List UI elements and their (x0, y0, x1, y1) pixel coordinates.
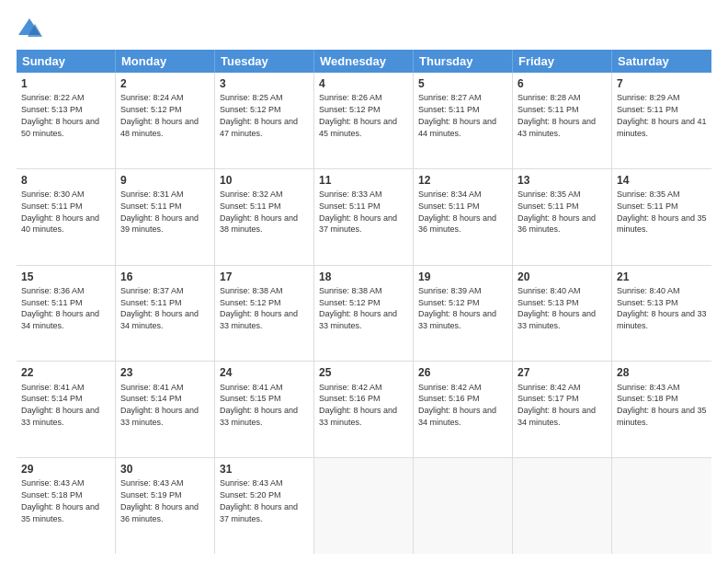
logo (17, 17, 46, 42)
calendar-header: SundayMondayTuesdayWednesdayThursdayFrid… (17, 50, 711, 73)
calendar-cell: 20Sunrise: 8:40 AMSunset: 5:13 PMDayligh… (513, 266, 612, 362)
cell-info: Sunrise: 8:33 AMSunset: 5:11 PMDaylight:… (319, 190, 397, 234)
calendar-cell: 26Sunrise: 8:42 AMSunset: 5:16 PMDayligh… (414, 362, 513, 457)
calendar-cell: 23Sunrise: 8:41 AMSunset: 5:14 PMDayligh… (116, 362, 215, 457)
header-day-tuesday: Tuesday (215, 50, 314, 73)
cell-info: Sunrise: 8:41 AMSunset: 5:15 PMDaylight:… (220, 383, 298, 427)
day-number: 29 (21, 462, 110, 477)
calendar-cell: 8Sunrise: 8:30 AMSunset: 5:11 PMDaylight… (17, 169, 116, 265)
cell-info: Sunrise: 8:31 AMSunset: 5:11 PMDaylight:… (120, 190, 199, 234)
day-number: 7 (617, 76, 707, 91)
cell-info: Sunrise: 8:26 AMSunset: 5:12 PMDaylight:… (319, 93, 397, 137)
cell-info: Sunrise: 8:39 AMSunset: 5:12 PMDaylight:… (418, 286, 496, 330)
calendar-cell: 10Sunrise: 8:32 AMSunset: 5:11 PMDayligh… (215, 169, 314, 265)
day-number: 19 (418, 270, 507, 284)
day-number: 1 (21, 76, 110, 91)
cell-info: Sunrise: 8:40 AMSunset: 5:13 PMDaylight:… (518, 286, 596, 330)
day-number: 28 (617, 365, 707, 380)
cell-info: Sunrise: 8:27 AMSunset: 5:11 PMDaylight:… (418, 93, 496, 137)
calendar-cell: 3Sunrise: 8:25 AMSunset: 5:12 PMDaylight… (215, 73, 314, 168)
calendar-cell: 19Sunrise: 8:39 AMSunset: 5:12 PMDayligh… (414, 266, 513, 362)
header (17, 17, 711, 42)
calendar-cell: 27Sunrise: 8:42 AMSunset: 5:17 PMDayligh… (513, 362, 612, 457)
cell-info: Sunrise: 8:25 AMSunset: 5:12 PMDaylight:… (220, 93, 298, 137)
calendar-cell (513, 458, 612, 554)
week-row-2: 8Sunrise: 8:30 AMSunset: 5:11 PMDaylight… (17, 169, 711, 266)
day-number: 21 (617, 270, 707, 284)
week-row-4: 22Sunrise: 8:41 AMSunset: 5:14 PMDayligh… (17, 362, 711, 458)
day-number: 13 (518, 173, 607, 188)
cell-info: Sunrise: 8:43 AMSunset: 5:19 PMDaylight:… (120, 478, 199, 523)
week-row-5: 29Sunrise: 8:43 AMSunset: 5:18 PMDayligh… (17, 458, 711, 554)
cell-info: Sunrise: 8:37 AMSunset: 5:11 PMDaylight:… (120, 286, 199, 330)
day-number: 24 (220, 365, 309, 380)
day-number: 16 (120, 270, 210, 284)
calendar-cell: 31Sunrise: 8:43 AMSunset: 5:20 PMDayligh… (215, 458, 314, 554)
calendar-cell: 30Sunrise: 8:43 AMSunset: 5:19 PMDayligh… (116, 458, 215, 554)
logo-icon (17, 17, 42, 42)
cell-info: Sunrise: 8:40 AMSunset: 5:13 PMDaylight:… (617, 286, 707, 330)
day-number: 11 (319, 173, 408, 188)
cell-info: Sunrise: 8:43 AMSunset: 5:18 PMDaylight:… (21, 478, 99, 523)
day-number: 6 (518, 76, 607, 91)
cell-info: Sunrise: 8:28 AMSunset: 5:11 PMDaylight:… (518, 93, 596, 137)
cell-info: Sunrise: 8:35 AMSunset: 5:11 PMDaylight:… (518, 190, 596, 234)
day-number: 4 (319, 76, 408, 91)
day-number: 15 (21, 270, 110, 284)
cell-info: Sunrise: 8:32 AMSunset: 5:11 PMDaylight:… (220, 190, 298, 234)
calendar-cell: 9Sunrise: 8:31 AMSunset: 5:11 PMDaylight… (116, 169, 215, 265)
calendar-cell: 15Sunrise: 8:36 AMSunset: 5:11 PMDayligh… (17, 266, 116, 362)
calendar-cell: 24Sunrise: 8:41 AMSunset: 5:15 PMDayligh… (215, 362, 314, 457)
day-number: 20 (518, 270, 607, 284)
calendar-body: 1Sunrise: 8:22 AMSunset: 5:13 PMDaylight… (17, 73, 711, 554)
day-number: 9 (120, 173, 210, 188)
header-day-sunday: Sunday (17, 50, 116, 73)
calendar-cell (314, 458, 414, 554)
day-number: 27 (518, 365, 607, 380)
cell-info: Sunrise: 8:42 AMSunset: 5:16 PMDaylight:… (418, 383, 496, 427)
page: SundayMondayTuesdayWednesdayThursdayFrid… (0, 0, 728, 563)
calendar-cell: 2Sunrise: 8:24 AMSunset: 5:12 PMDaylight… (116, 73, 215, 168)
calendar-cell: 13Sunrise: 8:35 AMSunset: 5:11 PMDayligh… (513, 169, 612, 265)
cell-info: Sunrise: 8:30 AMSunset: 5:11 PMDaylight:… (21, 190, 99, 234)
calendar-cell: 12Sunrise: 8:34 AMSunset: 5:11 PMDayligh… (414, 169, 513, 265)
day-number: 2 (120, 76, 210, 91)
calendar-cell: 16Sunrise: 8:37 AMSunset: 5:11 PMDayligh… (116, 266, 215, 362)
cell-info: Sunrise: 8:42 AMSunset: 5:17 PMDaylight:… (518, 383, 596, 427)
day-number: 12 (418, 173, 507, 188)
day-number: 18 (319, 270, 408, 284)
cell-info: Sunrise: 8:38 AMSunset: 5:12 PMDaylight:… (220, 286, 298, 330)
cell-info: Sunrise: 8:41 AMSunset: 5:14 PMDaylight:… (21, 383, 99, 427)
calendar-cell: 5Sunrise: 8:27 AMSunset: 5:11 PMDaylight… (414, 73, 513, 168)
calendar-cell: 29Sunrise: 8:43 AMSunset: 5:18 PMDayligh… (17, 458, 116, 554)
calendar-cell: 21Sunrise: 8:40 AMSunset: 5:13 PMDayligh… (612, 266, 711, 362)
header-day-friday: Friday (513, 50, 612, 73)
calendar-cell (414, 458, 513, 554)
header-day-wednesday: Wednesday (314, 50, 414, 73)
calendar-cell: 1Sunrise: 8:22 AMSunset: 5:13 PMDaylight… (17, 73, 116, 168)
calendar-cell: 18Sunrise: 8:38 AMSunset: 5:12 PMDayligh… (314, 266, 414, 362)
calendar-cell: 14Sunrise: 8:35 AMSunset: 5:11 PMDayligh… (612, 169, 711, 265)
header-day-saturday: Saturday (612, 50, 711, 73)
cell-info: Sunrise: 8:38 AMSunset: 5:12 PMDaylight:… (319, 286, 397, 330)
calendar-cell: 11Sunrise: 8:33 AMSunset: 5:11 PMDayligh… (314, 169, 414, 265)
day-number: 8 (21, 173, 110, 188)
day-number: 10 (220, 173, 309, 188)
calendar-cell: 22Sunrise: 8:41 AMSunset: 5:14 PMDayligh… (17, 362, 116, 457)
cell-info: Sunrise: 8:42 AMSunset: 5:16 PMDaylight:… (319, 383, 397, 427)
calendar-cell (612, 458, 711, 554)
cell-info: Sunrise: 8:24 AMSunset: 5:12 PMDaylight:… (120, 93, 199, 137)
day-number: 26 (418, 365, 507, 380)
cell-info: Sunrise: 8:43 AMSunset: 5:18 PMDaylight:… (617, 383, 707, 427)
week-row-3: 15Sunrise: 8:36 AMSunset: 5:11 PMDayligh… (17, 266, 711, 362)
calendar-cell: 17Sunrise: 8:38 AMSunset: 5:12 PMDayligh… (215, 266, 314, 362)
calendar-cell: 25Sunrise: 8:42 AMSunset: 5:16 PMDayligh… (314, 362, 414, 457)
day-number: 23 (120, 365, 210, 380)
calendar: SundayMondayTuesdayWednesdayThursdayFrid… (17, 50, 711, 554)
calendar-cell: 28Sunrise: 8:43 AMSunset: 5:18 PMDayligh… (612, 362, 711, 457)
day-number: 25 (319, 365, 408, 380)
cell-info: Sunrise: 8:36 AMSunset: 5:11 PMDaylight:… (21, 286, 99, 330)
day-number: 30 (120, 462, 210, 477)
day-number: 31 (220, 462, 309, 477)
cell-info: Sunrise: 8:41 AMSunset: 5:14 PMDaylight:… (120, 383, 199, 427)
